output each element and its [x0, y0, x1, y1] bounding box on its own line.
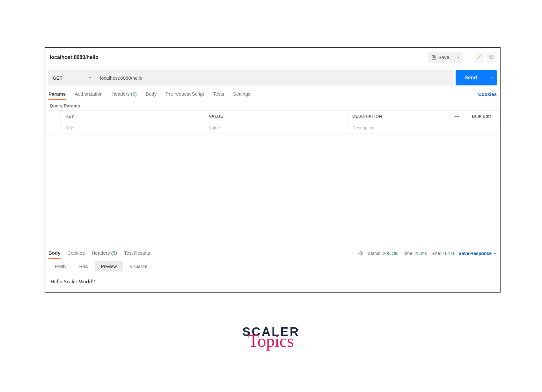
app-window: localhost:8080/hello Save GET Send — [45, 47, 501, 293]
key-header: KEY — [62, 111, 205, 122]
view-pretty[interactable]: Pretty — [48, 261, 73, 272]
resp-tab-cookies[interactable]: Cookies — [68, 248, 85, 259]
bulk-edit-button[interactable]: Bulk Edit — [468, 111, 500, 122]
size-block: Size: 184 B — [431, 251, 454, 256]
tab-headers-label: Headers — [112, 91, 130, 97]
table-row: Key Value Description — [46, 122, 500, 134]
save-icon — [431, 55, 436, 60]
size-value: 184 B — [443, 251, 454, 256]
time-block: Time: 25 ms — [402, 251, 427, 256]
save-dropdown-button[interactable] — [453, 52, 463, 63]
logo-sub-text: Topics — [242, 332, 300, 350]
header-bar: localhost:8080/hello Save — [45, 48, 500, 67]
response-body: Hello Scaler World!! — [45, 272, 500, 292]
tab-authorization[interactable]: Authorization — [75, 89, 103, 100]
status-block: Status: 200 OK — [368, 251, 398, 256]
send-dropdown-button[interactable] — [486, 70, 497, 85]
save-button-label: Save — [438, 54, 449, 60]
value-header: VALUE — [205, 111, 348, 122]
http-method-select[interactable]: GET — [48, 70, 96, 85]
request-tabs: Params Authorization Headers (6) Body Pr… — [45, 85, 500, 100]
tab-params[interactable]: Params — [48, 89, 66, 100]
resp-tab-body[interactable]: Body — [48, 248, 61, 259]
description-header: DESCRIPTION — [348, 111, 451, 122]
tab-tests[interactable]: Tests — [213, 89, 224, 100]
pencil-icon — [477, 55, 482, 60]
request-row: GET Send — [45, 67, 500, 85]
svg-rect-0 — [489, 56, 493, 59]
send-button[interactable]: Send — [456, 70, 486, 85]
description-input-cell[interactable]: Description — [348, 122, 500, 134]
query-params-label: Query Params — [45, 100, 500, 110]
key-input-cell[interactable]: Key — [62, 122, 205, 134]
cookies-link[interactable]: Cookies — [478, 91, 497, 97]
chevron-down-icon — [493, 251, 497, 255]
tab-prerequest[interactable]: Pre-request Script — [165, 89, 204, 100]
response-tabs: Body Cookies Headers (5) Test Results — [48, 248, 157, 259]
status-value: 200 OK — [383, 251, 398, 256]
response-meta: Status: 200 OK Time: 25 ms Size: 184 B S… — [358, 251, 497, 256]
view-raw[interactable]: Raw — [73, 261, 95, 272]
query-params-table: KEY VALUE DESCRIPTION ••• Bulk Edit Key … — [45, 110, 500, 134]
tab-headers-count: (6) — [131, 91, 137, 97]
globe-icon — [358, 251, 363, 256]
chevron-down-icon — [457, 55, 460, 59]
chevron-down-icon — [490, 76, 494, 80]
request-title: localhost:8080/hello — [50, 54, 428, 60]
header-icon-group — [468, 52, 497, 63]
response-bar: Body Cookies Headers (5) Test Results St… — [45, 245, 500, 259]
save-response-button[interactable]: Save Response — [459, 251, 497, 256]
chevron-down-icon — [88, 76, 92, 80]
resp-tab-headers-label: Headers — [92, 250, 110, 256]
table-header-row: KEY VALUE DESCRIPTION ••• Bulk Edit — [46, 111, 500, 122]
save-button-group: Save — [428, 52, 463, 63]
more-options-button[interactable]: ••• — [451, 111, 468, 122]
url-input[interactable] — [96, 70, 453, 85]
view-preview[interactable]: Preview — [95, 261, 123, 272]
tab-body[interactable]: Body — [146, 89, 157, 100]
time-value: 25 ms — [415, 251, 427, 256]
value-input-cell[interactable]: Value — [205, 122, 348, 134]
resp-tab-headers-count: (5) — [111, 250, 117, 256]
resp-tab-test-results[interactable]: Test Results — [124, 248, 150, 259]
comment-button[interactable] — [486, 52, 497, 63]
scaler-logo: SCALER Topics — [242, 325, 300, 350]
view-selector: Pretty Raw Preview Visualize — [45, 259, 500, 272]
tab-settings[interactable]: Settings — [233, 89, 250, 100]
tab-headers[interactable]: Headers (6) — [112, 89, 137, 100]
edit-button[interactable] — [474, 52, 485, 63]
resp-tab-headers[interactable]: Headers (5) — [92, 248, 117, 259]
http-method-label: GET — [53, 75, 62, 81]
comment-icon — [489, 55, 494, 60]
view-visualize[interactable]: Visualize — [123, 261, 154, 272]
save-button[interactable]: Save — [428, 52, 453, 63]
